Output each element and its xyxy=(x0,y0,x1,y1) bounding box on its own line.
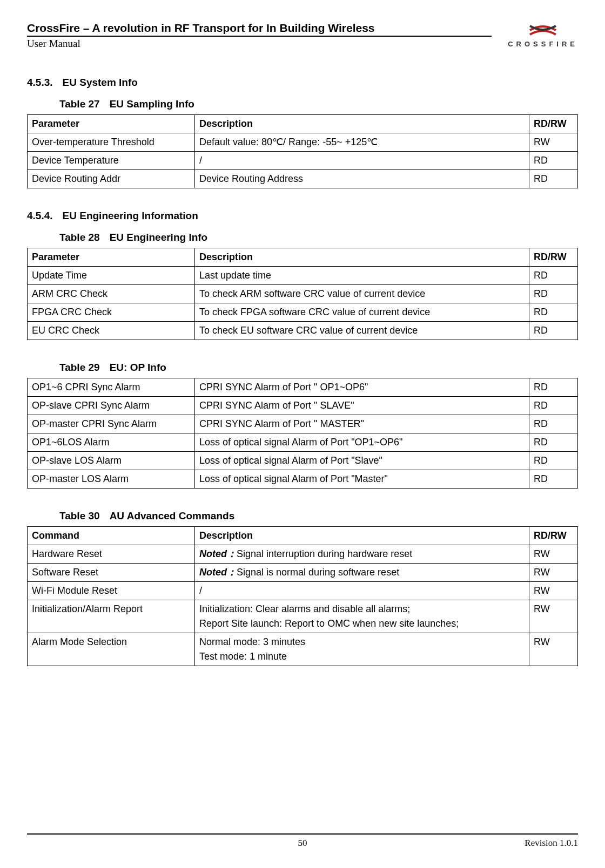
crossfire-logo-text: CROSSFIRE xyxy=(508,40,578,48)
cell: ARM CRC Check xyxy=(28,285,195,303)
table-row: Hardware Reset Noted：Signal interruption… xyxy=(28,545,578,564)
table-row: Initialization/Alarm Report Initializati… xyxy=(28,600,578,633)
table-caption-28: Table 28EU Engineering Info xyxy=(59,232,578,243)
table-row: Alarm Mode Selection Normal mode: 3 minu… xyxy=(28,633,578,666)
table-title: EU Sampling Info xyxy=(110,98,194,110)
table-row: Software Reset Noted：Signal is normal du… xyxy=(28,564,578,582)
desc-text: Signal is normal during software reset xyxy=(237,567,399,578)
section-heading-453: 4.5.3.EU System Info xyxy=(27,77,578,89)
cell: Normal mode: 3 minutesTest mode: 1 minut… xyxy=(195,633,529,666)
cell: RD xyxy=(529,170,578,188)
cell: Noted：Signal interruption during hardwar… xyxy=(195,545,529,564)
cell: Device Routing Address xyxy=(195,170,529,188)
table-row: Over-temperature ThresholdDefault value:… xyxy=(28,133,578,152)
col-description: Description xyxy=(195,527,529,545)
table-caption-27: Table 27EU Sampling Info xyxy=(59,98,578,110)
crossfire-logo: CROSSFIRE xyxy=(508,22,578,48)
cell: RD xyxy=(529,470,578,489)
page-footer: 50 Revision 1.0.1 xyxy=(27,833,578,849)
table-row: EU CRC CheckTo check EU software CRC val… xyxy=(28,322,578,340)
table-row: OP-master CPRI Sync AlarmCPRI SYNC Alarm… xyxy=(28,415,578,433)
cell: OP-master LOS Alarm xyxy=(28,470,195,489)
cell: Loss of optical signal Alarm of Port "Ma… xyxy=(195,470,529,489)
table-header-row: Parameter Description RD/RW xyxy=(28,115,578,133)
cell: RW xyxy=(529,600,578,633)
table-27: Parameter Description RD/RW Over-tempera… xyxy=(27,114,578,188)
table-28: Parameter Description RD/RW Update TimeL… xyxy=(27,248,578,340)
table-header-row: Parameter Description RD/RW xyxy=(28,248,578,267)
cell: RD xyxy=(529,452,578,470)
cell: RW xyxy=(529,564,578,582)
cell: RD xyxy=(529,322,578,340)
cell: OP-master CPRI Sync Alarm xyxy=(28,415,195,433)
cell: Over-temperature Threshold xyxy=(28,133,195,152)
table-row: OP-slave CPRI Sync AlarmCPRI SYNC Alarm … xyxy=(28,397,578,415)
section-number: 4.5.4. xyxy=(27,210,53,222)
table-number: Table 28 xyxy=(59,232,100,243)
table-30: Command Description RD/RW Hardware Reset… xyxy=(27,526,578,666)
table-title: AU Advanced Commands xyxy=(110,510,235,521)
table-number: Table 29 xyxy=(59,362,100,374)
table-header-row: Command Description RD/RW xyxy=(28,527,578,545)
cell: OP-slave LOS Alarm xyxy=(28,452,195,470)
table-row: Device Temperature/RD xyxy=(28,152,578,170)
table-row: OP-master LOS AlarmLoss of optical signa… xyxy=(28,470,578,489)
cell: To check ARM software CRC value of curre… xyxy=(195,285,529,303)
document-subtitle: User Manual xyxy=(27,38,80,49)
cell: Software Reset xyxy=(28,564,195,582)
cell: OP1~6 CPRI Sync Alarm xyxy=(28,378,195,397)
cell: CPRI SYNC Alarm of Port " SLAVE" xyxy=(195,397,529,415)
table-29: OP1~6 CPRI Sync AlarmCPRI SYNC Alarm of … xyxy=(27,378,578,489)
desc-text: Signal interruption during hardware rese… xyxy=(237,548,412,559)
col-rdrw: RD/RW xyxy=(529,527,578,545)
cell: EU CRC Check xyxy=(28,322,195,340)
cell: To check FPGA software CRC value of curr… xyxy=(195,303,529,322)
cell: Device Routing Addr xyxy=(28,170,195,188)
cell: RW xyxy=(529,582,578,600)
table-row: OP1~6 CPRI Sync AlarmCPRI SYNC Alarm of … xyxy=(28,378,578,397)
table-number: Table 27 xyxy=(59,98,100,110)
cell: FPGA CRC Check xyxy=(28,303,195,322)
col-rdrw: RD/RW xyxy=(529,248,578,267)
section-title: EU System Info xyxy=(63,77,138,88)
col-rdrw: RD/RW xyxy=(529,115,578,133)
cell: CPRI SYNC Alarm of Port " OP1~OP6" xyxy=(195,378,529,397)
cell: RW xyxy=(529,133,578,152)
col-parameter: Parameter xyxy=(28,248,195,267)
cell: RD xyxy=(529,285,578,303)
table-row: OP1~6LOS AlarmLoss of optical signal Ala… xyxy=(28,433,578,452)
cell: Last update time xyxy=(195,267,529,285)
cell: / xyxy=(195,582,529,600)
table-number: Table 30 xyxy=(59,510,100,522)
cell: RD xyxy=(529,152,578,170)
cell: To check EU software CRC value of curren… xyxy=(195,322,529,340)
table-caption-29: Table 29EU: OP Info xyxy=(59,362,578,374)
header-left: CrossFire – A revolution in RF Transport… xyxy=(27,22,492,50)
revision-label: Revision 1.0.1 xyxy=(497,838,578,849)
cell: Noted：Signal is normal during software r… xyxy=(195,564,529,582)
cell: / xyxy=(195,152,529,170)
cell: RD xyxy=(529,415,578,433)
table-row: Wi-Fi Module Reset / RW xyxy=(28,582,578,600)
table-row: OP-slave LOS AlarmLoss of optical signal… xyxy=(28,452,578,470)
noted-label: Noted： xyxy=(199,548,237,559)
cell: RD xyxy=(529,303,578,322)
cell: CPRI SYNC Alarm of Port " MASTER" xyxy=(195,415,529,433)
page-number: 50 xyxy=(108,838,497,849)
document-title: CrossFire – A revolution in RF Transport… xyxy=(27,22,492,37)
table-row: Update TimeLast update timeRD xyxy=(28,267,578,285)
cell: OP1~6LOS Alarm xyxy=(28,433,195,452)
cell: RD xyxy=(529,397,578,415)
page-header: CrossFire – A revolution in RF Transport… xyxy=(27,22,578,50)
cell: RD xyxy=(529,433,578,452)
col-description: Description xyxy=(195,115,529,133)
col-description: Description xyxy=(195,248,529,267)
cell: Update Time xyxy=(28,267,195,285)
table-title: EU Engineering Info xyxy=(110,232,208,243)
crossfire-logo-icon xyxy=(508,22,578,39)
cell: Alarm Mode Selection xyxy=(28,633,195,666)
cell: OP-slave CPRI Sync Alarm xyxy=(28,397,195,415)
col-command: Command xyxy=(28,527,195,545)
noted-label: Noted： xyxy=(199,567,237,578)
table-row: ARM CRC CheckTo check ARM software CRC v… xyxy=(28,285,578,303)
